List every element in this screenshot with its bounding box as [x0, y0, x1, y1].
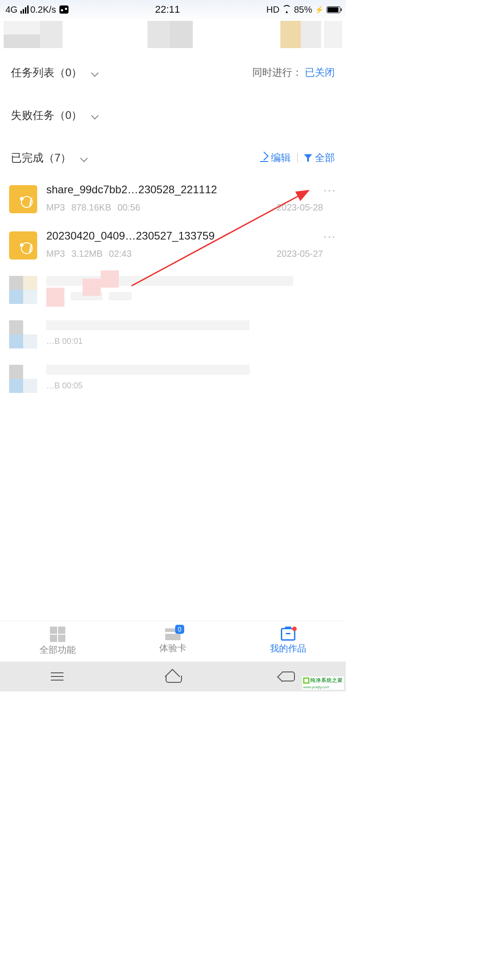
- file-date: 2023-05-27: [277, 249, 323, 259]
- file-date: 2023-05-28: [277, 202, 323, 213]
- nav-label: 我的作品: [270, 642, 306, 655]
- nav-my-works[interactable]: 我的作品: [230, 621, 346, 662]
- file-format: MP3: [46, 249, 65, 259]
- watermark-url: www.ycwjty.com: [303, 685, 329, 689]
- filter-icon: [304, 154, 312, 162]
- notification-icon: [59, 5, 69, 14]
- blurred-meta: …B 00:05: [46, 381, 83, 389]
- list-item-blurred: …B 00:05: [9, 357, 337, 401]
- blurred-thumb: [9, 320, 37, 348]
- failed-tasks-section[interactable]: 失败任务（0）: [0, 98, 346, 132]
- edit-button[interactable]: 编辑: [271, 151, 291, 165]
- concurrent-label: 同时进行：: [252, 66, 302, 79]
- file-size: 3.12MB: [71, 249, 103, 259]
- filter-button[interactable]: 全部: [315, 151, 335, 165]
- status-right: HD 85% ⚡: [266, 5, 340, 15]
- home-button[interactable]: [166, 671, 180, 682]
- blurred-meta: …B 00:01: [46, 337, 83, 345]
- blurred-thumb: [9, 276, 37, 304]
- divider: [297, 153, 298, 162]
- file-list: share_99dc7bb2…230528_221112 MP3 878.16K…: [0, 175, 346, 401]
- completed-label: 已完成（7）: [11, 151, 71, 165]
- list-item-blurred: …B 00:01: [9, 312, 337, 357]
- status-left: 4G 0.2K/s: [5, 5, 69, 15]
- chevron-down-icon: [91, 112, 98, 118]
- signal-icon: [20, 5, 29, 14]
- file-title: 20230420_0409…230527_133759: [46, 230, 323, 242]
- status-bar: 4G 0.2K/s 22:11 HD 85% ⚡: [0, 0, 346, 19]
- nav-label: 全部功能: [39, 644, 76, 656]
- chevron-down-icon: [91, 69, 98, 76]
- list-item[interactable]: share_99dc7bb2…230528_221112 MP3 878.16K…: [9, 175, 337, 221]
- task-list-section[interactable]: 任务列表（0） 同时进行： 已关闭: [0, 55, 346, 90]
- more-actions-icon[interactable]: ⋯: [323, 184, 337, 197]
- task-list-label: 任务列表（0）: [11, 65, 82, 80]
- nav-experience-card[interactable]: 0 体验卡: [115, 621, 230, 662]
- audio-file-icon: [9, 185, 37, 213]
- edit-icon: [260, 154, 268, 162]
- file-size: 878.16KB: [71, 202, 111, 213]
- watermark: 纯净系统之家 www.ycwjty.com: [302, 676, 344, 690]
- card-icon: 0: [165, 628, 181, 640]
- works-icon: [281, 628, 295, 641]
- watermark-title: 纯净系统之家: [310, 677, 343, 683]
- network-type: 4G: [5, 5, 18, 15]
- wifi-icon: [282, 6, 291, 13]
- completed-section[interactable]: 已完成（7） 编辑 全部: [0, 141, 346, 175]
- clock: 22:11: [69, 4, 266, 15]
- file-duration: 02:43: [109, 249, 132, 259]
- concurrent-value[interactable]: 已关闭: [305, 66, 335, 79]
- charging-icon: ⚡: [315, 5, 324, 14]
- list-item-blurred: [9, 268, 337, 312]
- hd-indicator: HD: [266, 5, 279, 15]
- nav-label: 体验卡: [159, 642, 186, 654]
- system-navbar: [0, 662, 346, 691]
- chevron-down-icon: [80, 155, 87, 161]
- blurred-thumb: [9, 365, 37, 393]
- mosaic-header: [0, 19, 346, 55]
- audio-file-icon: [9, 231, 37, 260]
- net-speed: 0.2K/s: [30, 5, 56, 15]
- list-item[interactable]: 20230420_0409…230527_133759 MP3 3.12MB 0…: [9, 221, 337, 268]
- file-duration: 00:56: [118, 202, 140, 213]
- grid-icon: [50, 627, 65, 642]
- more-actions-icon[interactable]: ⋯: [323, 230, 337, 243]
- bottom-nav: 全部功能 0 体验卡 我的作品: [0, 621, 346, 662]
- battery-icon: [327, 6, 340, 13]
- recent-apps-button[interactable]: [51, 676, 64, 677]
- back-button[interactable]: [282, 671, 295, 681]
- file-format: MP3: [46, 202, 65, 213]
- battery-pct: 85%: [294, 5, 312, 15]
- nav-all-functions[interactable]: 全部功能: [0, 621, 115, 662]
- file-title: share_99dc7bb2…230528_221112: [46, 183, 323, 196]
- failed-tasks-label: 失败任务（0）: [11, 108, 82, 122]
- card-badge: 0: [175, 625, 184, 634]
